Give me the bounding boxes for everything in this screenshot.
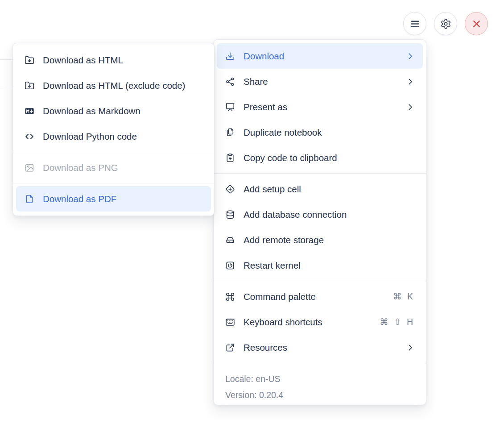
clipboard-copy-icon — [225, 153, 235, 163]
menu-item-label: Download Python code — [43, 131, 202, 142]
image-icon — [25, 163, 34, 173]
menu-item-label: Keyboard shortcuts — [244, 317, 380, 328]
menu-item-duplicate-notebook[interactable]: Duplicate notebook — [217, 120, 423, 145]
menu-separator — [214, 363, 426, 363]
notebook-actions-button[interactable] — [403, 12, 426, 35]
code-icon — [25, 132, 34, 141]
menu-item-label: Copy code to clipboard — [244, 153, 414, 163]
chevron-right-icon — [406, 52, 414, 60]
folder-down-icon — [25, 55, 34, 65]
menu-item-label: Download — [244, 51, 401, 62]
menu-item-add-setup-cell[interactable]: Add setup cell — [217, 176, 423, 202]
menu-separator — [13, 183, 214, 183]
menu-item-label: Command palette — [244, 291, 393, 302]
menu-item-restart-kernel[interactable]: Restart kernel — [217, 253, 423, 278]
menu-item-label: Add remote storage — [244, 235, 414, 245]
power-square-icon — [225, 261, 235, 270]
menu-item-download-as-pdf[interactable]: Download as PDF — [16, 186, 211, 212]
menu-item-label: Download as Markdown — [43, 106, 202, 116]
menu-item-command-palette[interactable]: Command palette⌘ K — [217, 284, 423, 309]
gear-icon — [440, 18, 451, 29]
notebook-actions-menu: DownloadSharePresent asDuplicate noteboo… — [213, 39, 426, 405]
menu-item-download-as-png: Download as PNG — [16, 155, 211, 180]
diamond-plus-icon — [225, 184, 235, 194]
menu-item-label: Download as PDF — [43, 194, 202, 204]
copy-icon — [225, 128, 235, 137]
toolbar — [403, 12, 488, 35]
menu-item-download[interactable]: Download — [217, 43, 423, 69]
database-icon — [225, 210, 235, 220]
menu-footer: Locale: en-USVersion: 0.20.4 — [214, 366, 426, 407]
chevron-right-icon — [406, 78, 414, 86]
x-icon — [471, 18, 482, 29]
command-icon — [225, 292, 235, 302]
menu-item-label: Present as — [244, 102, 401, 112]
download-submenu: Download as HTMLDownload as HTML (exclud… — [12, 43, 215, 216]
menu-item-label: Resources — [244, 342, 401, 353]
footer-line: Locale: en-US — [214, 371, 426, 387]
menu-item-label: Duplicate notebook — [244, 127, 414, 138]
menu-item-download-as-markdown[interactable]: Download as Markdown — [16, 98, 211, 124]
close-button[interactable] — [465, 12, 488, 35]
download-icon — [225, 51, 235, 61]
hard-drive-icon — [225, 235, 235, 245]
presentation-icon — [225, 102, 235, 112]
markdown-download-icon — [25, 106, 34, 116]
menu-separator — [214, 173, 426, 174]
menu-item-label: Download as HTML (exclude code) — [43, 80, 202, 91]
background-content-line — [0, 59, 13, 60]
background-content-line — [0, 89, 13, 89]
menu-item-add-database-connection[interactable]: Add database connection — [217, 202, 423, 227]
folder-down-icon — [25, 81, 34, 91]
menu-separator — [13, 152, 214, 152]
share-icon — [225, 77, 235, 87]
menu-item-label: Share — [244, 76, 401, 87]
menu-item-label: Download as PNG — [43, 162, 202, 173]
menu-item-label: Add database connection — [244, 209, 414, 220]
menu-item-share[interactable]: Share — [217, 69, 423, 94]
hamburger-icon — [409, 18, 421, 29]
file-icon — [25, 194, 34, 204]
menu-item-label: Restart kernel — [244, 260, 414, 271]
footer-line: Version: 0.20.4 — [214, 387, 426, 403]
settings-button[interactable] — [434, 12, 457, 35]
menu-item-download-python-code[interactable]: Download Python code — [16, 124, 211, 149]
shortcut-hint: ⌘ K — [393, 291, 413, 302]
menu-item-copy-code-to-clipboard[interactable]: Copy code to clipboard — [217, 145, 423, 170]
menu-separator — [214, 281, 426, 281]
menu-item-add-remote-storage[interactable]: Add remote storage — [217, 227, 423, 253]
keyboard-icon — [225, 317, 235, 327]
shortcut-hint: ⌘ ⇧ H — [380, 317, 413, 327]
chevron-right-icon — [406, 344, 414, 352]
menu-item-resources[interactable]: Resources — [217, 335, 423, 360]
chevron-right-icon — [406, 103, 414, 111]
menu-item-download-as-html-exclude-code[interactable]: Download as HTML (exclude code) — [16, 73, 211, 98]
menu-item-label: Download as HTML — [43, 55, 202, 66]
menu-item-keyboard-shortcuts[interactable]: Keyboard shortcuts⌘ ⇧ H — [217, 309, 423, 335]
external-link-icon — [225, 343, 235, 353]
menu-item-download-as-html[interactable]: Download as HTML — [16, 47, 211, 73]
menu-item-present-as[interactable]: Present as — [217, 94, 423, 120]
menu-item-label: Add setup cell — [244, 184, 414, 195]
